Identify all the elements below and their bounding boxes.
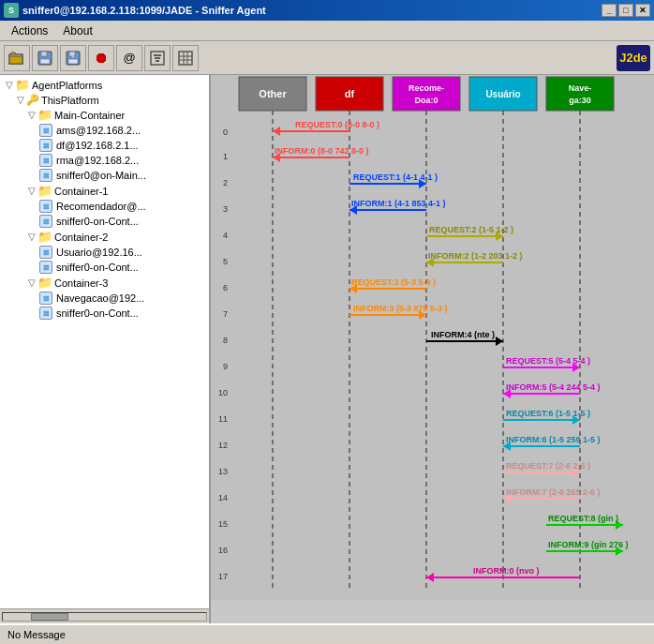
tree-item-main-container[interactable]: ▽ 📁 Main-Container (2, 107, 207, 123)
config-button[interactable] (172, 45, 199, 71)
tree-label-recomendador: Recomendador@... (56, 201, 146, 212)
agent-icon-rma: ⊠ (39, 154, 52, 167)
svg-text:REQUEST:3 (5-3  5-3  ): REQUEST:3 (5-3 5-3 ) (351, 277, 436, 287)
tree-label-df: df@192.168.2.1... (56, 140, 139, 151)
svg-text:Other: Other (259, 88, 287, 99)
svg-text:2: 2 (223, 178, 228, 187)
svg-rect-1 (9, 56, 22, 64)
hscroll-track[interactable] (2, 612, 207, 622)
menu-bar: Actions About (0, 21, 654, 41)
svg-text:REQUEST:6 (1-5  1-5  ): REQUEST:6 (1-5 1-5 ) (506, 409, 590, 418)
expand-icon-c3: ▽ (28, 277, 36, 288)
tree-item-container2[interactable]: ▽ 📁 Container-2 (2, 229, 207, 245)
tree-item-recomendador[interactable]: ⊠ Recomendador@... (2, 199, 207, 214)
folder-icon-c3: 📁 (37, 276, 52, 290)
svg-text:INFORM:0 (nvo    ): INFORM:0 (nvo ) (473, 566, 540, 576)
tree-label-platforms: AgentPlatforms (32, 80, 102, 91)
tree-item-sniffer-cont3[interactable]: ⊠ sniffer0-on-Cont... (2, 306, 207, 321)
tree-scroll[interactable]: ▽ 📁 AgentPlatforms ▽ 🔑 ThisPlatform ▽ 📁 (0, 75, 209, 608)
svg-text:11: 11 (218, 414, 228, 424)
sequence-panel[interactable]: Other df Recome- Doa:0 Usuário Nave- ga:… (211, 75, 654, 623)
title-bar: S sniffer0@192.168.2.118:1099/JADE - Sni… (0, 0, 654, 21)
folder-icon-c1: 📁 (37, 184, 52, 198)
save-button[interactable] (32, 45, 58, 71)
tree-item-ams[interactable]: ⊠ ams@192.168.2... (2, 123, 207, 138)
filter-button[interactable] (144, 45, 171, 71)
expand-icon: ▽ (6, 80, 13, 90)
svg-rect-4 (40, 59, 50, 64)
svg-text:17: 17 (218, 572, 228, 581)
svg-text:REQUEST:1 (4-1  4-1  ): REQUEST:1 (4-1 4-1 ) (353, 172, 438, 182)
agent-icon-sniffer-c1: ⊠ (39, 215, 52, 228)
svg-text:Nave-: Nave- (569, 83, 592, 93)
agent-icon-ams: ⊠ (39, 124, 52, 137)
expand-icon3: ▽ (28, 110, 36, 120)
svg-text:8: 8 (223, 336, 228, 345)
svg-text:REQUEST:7 (2-6  2-6  ): REQUEST:7 (2-6 2-6 ) (506, 461, 590, 471)
email-button[interactable]: @ (116, 45, 142, 71)
svg-marker-55 (273, 127, 280, 136)
tree-item-this-platform[interactable]: ▽ 🔑 ThisPlatform (2, 93, 207, 107)
menu-actions[interactable]: Actions (4, 22, 55, 39)
svg-text:10: 10 (218, 388, 228, 397)
agent-icon-recomendador: ⊠ (39, 200, 52, 213)
save2-button[interactable]: + (60, 45, 86, 71)
svg-text:4: 4 (223, 231, 228, 240)
agent-icon-df: ⊠ (39, 139, 52, 152)
menu-about[interactable]: About (55, 22, 99, 39)
svg-text:INFORM:2 (1-2  203  1-2  ): INFORM:2 (1-2 203 1-2 ) (428, 251, 523, 261)
tree-label-this-platform: ThisPlatform (41, 95, 99, 106)
minimize-button[interactable]: _ (602, 4, 617, 17)
status-bar: No Message (0, 623, 654, 644)
svg-text:Usuário: Usuário (485, 89, 520, 99)
tree-label-container3: Container-3 (54, 277, 108, 289)
tree-item-sniffer-cont2[interactable]: ⊠ sniffer0-on-Cont... (2, 260, 207, 275)
svg-text:15: 15 (218, 519, 228, 529)
sequence-svg: Other df Recome- Doa:0 Usuário Nave- ga:… (211, 75, 642, 600)
record-button[interactable]: ⏺ (88, 45, 114, 71)
tree-item-rma[interactable]: ⊠ rma@192.168.2... (2, 153, 207, 168)
tree-label-usuario: Usuario@192.16... (56, 247, 142, 258)
svg-text:INFORM:5 (5-4  244  5-4  ): INFORM:5 (5-4 244 5-4 ) (506, 382, 601, 392)
main-area: ▽ 📁 AgentPlatforms ▽ 🔑 ThisPlatform ▽ 📁 (0, 75, 654, 623)
tree-item-navegacao[interactable]: ⊠ Navegacao@192... (2, 291, 207, 306)
svg-text:INFORM:4 (nte  ): INFORM:4 (nte ) (431, 330, 495, 339)
jade-logo: J2de (617, 45, 650, 71)
agent-icon-sniffer-c2: ⊠ (39, 261, 52, 274)
tree-item-container3[interactable]: ▽ 📁 Container-3 (2, 275, 207, 291)
svg-text:REQUEST:5 (5-4  5-4  ): REQUEST:5 (5-4 5-4 ) (506, 356, 590, 366)
open-button[interactable] (4, 45, 30, 71)
tree-item-sniffer-main[interactable]: ⊠ sniffer0@on-Main... (2, 168, 207, 183)
tree-item-usuario[interactable]: ⊠ Usuario@192.16... (2, 245, 207, 260)
svg-rect-22 (393, 77, 460, 111)
status-message: No Message (7, 629, 66, 640)
tree-item-platforms[interactable]: ▽ 📁 AgentPlatforms (2, 77, 207, 93)
svg-text:REQUEST:2 (1-5  1-2  ): REQUEST:2 (1-5 1-2 ) (429, 225, 513, 234)
hscroll-thumb[interactable] (31, 613, 68, 621)
agent-icon-sniffer-main: ⊠ (39, 169, 52, 182)
svg-rect-27 (546, 77, 614, 111)
svg-text:Doa:0: Doa:0 (414, 96, 438, 105)
svg-text:ga:30: ga:30 (569, 96, 591, 105)
svg-rect-13 (179, 52, 192, 65)
app-icon: S (4, 3, 19, 18)
folder-icon3: 📁 (37, 108, 52, 122)
svg-text:+: + (72, 53, 75, 59)
svg-text:1: 1 (223, 152, 228, 161)
key-icon: 🔑 (26, 94, 39, 106)
close-button[interactable]: ✕ (635, 4, 650, 17)
svg-text:INFORM:9 (gin  276  ): INFORM:9 (gin 276 ) (548, 540, 629, 549)
svg-text:REQUEST:8 (gin  ): REQUEST:8 (gin ) (548, 514, 618, 523)
toolbar: + ⏺ @ J2de (0, 41, 654, 75)
tree-item-container1[interactable]: ▽ 📁 Container-1 (2, 183, 207, 199)
svg-marker-79 (496, 337, 503, 346)
tree-horizontal-scrollbar[interactable] (0, 608, 209, 623)
tree-label-rma: rma@192.168.2... (56, 155, 139, 166)
svg-text:df: df (345, 88, 355, 99)
maximize-button[interactable]: □ (618, 4, 633, 17)
tree-label-navegacao: Navegacao@192... (56, 292, 144, 304)
tree-item-sniffer-cont1[interactable]: ⊠ sniffer0-on-Cont... (2, 214, 207, 229)
svg-rect-7 (68, 59, 78, 64)
tree-item-df[interactable]: ⊠ df@192.168.2.1... (2, 138, 207, 153)
tree-label-ams: ams@192.168.2... (56, 125, 141, 136)
